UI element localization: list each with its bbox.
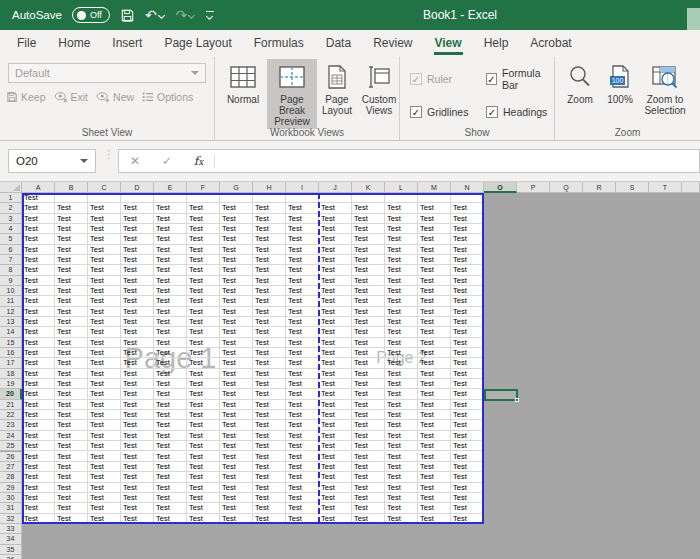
cell[interactable]: Test [22, 441, 55, 451]
cell[interactable]: Test [220, 503, 253, 513]
cell[interactable]: Test [352, 265, 385, 275]
column-header[interactable]: A [22, 182, 55, 193]
cell[interactable]: Test [121, 265, 154, 275]
cell[interactable]: Test [319, 379, 352, 389]
cell[interactable]: Test [451, 296, 484, 306]
fill-handle[interactable] [515, 398, 519, 402]
cell[interactable]: Test [121, 276, 154, 286]
page-layout-button[interactable]: Page Layout [317, 59, 357, 129]
cell[interactable]: Test [121, 296, 154, 306]
row-header[interactable]: 8 [0, 265, 22, 275]
cell[interactable]: Test [418, 452, 451, 462]
row-header[interactable]: 16 [0, 348, 22, 358]
cell[interactable]: Test [88, 420, 121, 430]
cell[interactable]: Test [418, 420, 451, 430]
cell[interactable]: Test [220, 214, 253, 224]
cell[interactable]: Test [55, 327, 88, 337]
cell[interactable]: Test [451, 307, 484, 317]
cell[interactable]: Test [286, 410, 319, 420]
cell[interactable]: Test [418, 265, 451, 275]
cell[interactable]: Test [319, 224, 352, 234]
cell[interactable]: Test [319, 358, 352, 368]
tab-formulas[interactable]: Formulas [243, 30, 315, 57]
cell[interactable]: Test [220, 348, 253, 358]
cell[interactable]: Test [319, 389, 352, 399]
cell[interactable]: Test [88, 327, 121, 337]
cell[interactable]: Test [220, 276, 253, 286]
cell[interactable]: Test [154, 348, 187, 358]
cell[interactable]: Test [154, 410, 187, 420]
cell[interactable]: Test [352, 420, 385, 430]
cell[interactable]: Test [418, 472, 451, 482]
cell[interactable]: Test [121, 379, 154, 389]
cell[interactable]: Test [22, 265, 55, 275]
cell[interactable]: Test [220, 286, 253, 296]
cell[interactable]: Test [286, 503, 319, 513]
row-header[interactable]: 2 [0, 203, 22, 213]
cell[interactable]: Test [220, 203, 253, 213]
avatar[interactable] [687, 8, 700, 31]
cell[interactable]: Test [22, 317, 55, 327]
cell[interactable]: Test [418, 224, 451, 234]
tab-file[interactable]: File [6, 30, 47, 57]
column-header[interactable]: J [319, 182, 352, 193]
cell[interactable]: Test [187, 410, 220, 420]
cell[interactable]: Test [187, 452, 220, 462]
cell[interactable]: Test [187, 317, 220, 327]
select-all-corner[interactable] [0, 182, 22, 193]
cell[interactable]: Test [286, 400, 319, 410]
cell[interactable]: Test [253, 358, 286, 368]
cell[interactable]: Test [451, 327, 484, 337]
cell[interactable]: Test [154, 472, 187, 482]
cell[interactable]: Test [451, 420, 484, 430]
cell[interactable]: Test [319, 441, 352, 451]
cell[interactable]: Test [88, 255, 121, 265]
cell[interactable]: Test [352, 483, 385, 493]
cell[interactable]: Test [319, 493, 352, 503]
cell[interactable]: Test [154, 389, 187, 399]
cell[interactable]: Test [154, 400, 187, 410]
cell[interactable]: Test [451, 224, 484, 234]
cell[interactable]: Test [187, 255, 220, 265]
cell[interactable]: Test [385, 224, 418, 234]
column-header[interactable]: G [220, 182, 253, 193]
cell[interactable]: Test [55, 452, 88, 462]
cell[interactable]: Test [286, 296, 319, 306]
cell[interactable]: Test [55, 441, 88, 451]
cell[interactable]: Test [187, 224, 220, 234]
row-header[interactable]: 33 [0, 524, 22, 534]
column-header[interactable]: M [418, 182, 451, 193]
zoom-button[interactable]: Zoom [559, 59, 601, 118]
cell[interactable]: Test [220, 514, 253, 524]
cell[interactable]: Test [418, 389, 451, 399]
column-header[interactable]: D [121, 182, 154, 193]
cell[interactable]: Test [385, 338, 418, 348]
row-header[interactable]: 13 [0, 317, 22, 327]
cell[interactable]: Test [55, 296, 88, 306]
cell[interactable]: Test [154, 493, 187, 503]
cell[interactable]: Test [352, 379, 385, 389]
cell[interactable]: Test [22, 307, 55, 317]
cell[interactable]: Test [187, 493, 220, 503]
cell[interactable]: Test [319, 286, 352, 296]
cell[interactable]: Test [451, 514, 484, 524]
cell[interactable]: Test [154, 214, 187, 224]
cell[interactable]: Test [418, 276, 451, 286]
column-header[interactable]: N [451, 182, 484, 193]
exit-button[interactable]: Exit [54, 91, 89, 103]
row-header[interactable]: 12 [0, 307, 22, 317]
cell[interactable]: Test [220, 327, 253, 337]
cell[interactable]: Test [55, 317, 88, 327]
cell[interactable]: Test [286, 420, 319, 430]
cell[interactable]: Test [319, 265, 352, 275]
cell[interactable]: Test [319, 483, 352, 493]
cell[interactable]: Test [385, 214, 418, 224]
cell[interactable]: Test [22, 214, 55, 224]
cell[interactable]: Test [220, 369, 253, 379]
cell[interactable]: Test [187, 307, 220, 317]
cell[interactable]: Test [88, 307, 121, 317]
cell[interactable]: Test [22, 472, 55, 482]
cell[interactable]: Test [22, 358, 55, 368]
cell[interactable]: Test [220, 483, 253, 493]
cell[interactable] [385, 193, 418, 203]
